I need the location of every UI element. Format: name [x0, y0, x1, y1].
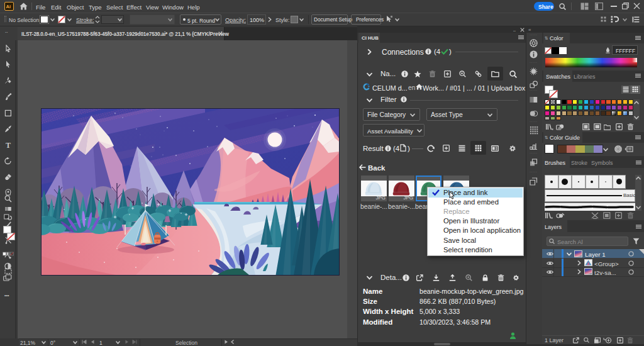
svg-text:T: T: [6, 141, 11, 148]
